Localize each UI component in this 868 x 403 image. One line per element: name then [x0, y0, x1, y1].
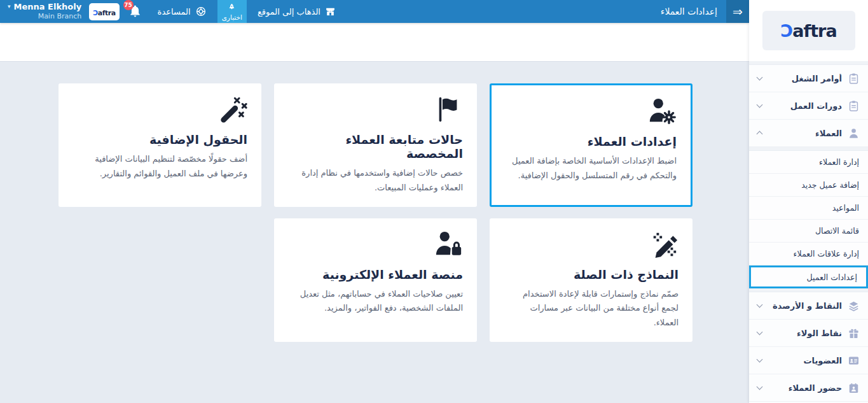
person-lock-icon	[288, 230, 463, 262]
sidebar-item-loyalty-points[interactable]: نقاط الولاء	[749, 320, 868, 347]
sidebar-item-label: العملاء	[762, 129, 842, 138]
collapse-arrow-icon: ⇒	[733, 6, 743, 18]
clipboard-icon	[848, 73, 860, 85]
content-area: إعدادات العملاء اضبط الإعدادات الأساسية …	[0, 62, 749, 342]
user-icon	[848, 127, 860, 139]
sidebar-item-client-attendance[interactable]: حضور العملاء	[749, 374, 868, 402]
sidebar-item-label: حضور العملاء	[762, 383, 842, 393]
sidebar-item-label: إعدادات العميل	[806, 272, 857, 282]
flag-icon	[288, 95, 463, 127]
sidebar-item-label: دورات العمل	[762, 101, 842, 111]
bell-icon	[128, 8, 142, 20]
trial-label: اختبارى	[222, 13, 242, 21]
trial-tab[interactable]: اختبارى	[217, 0, 247, 23]
toolbar-strip	[0, 23, 749, 62]
card-extra-fields[interactable]: الحقول الإضافية أضف حقولًا مخصّصة لتنظيم…	[59, 83, 261, 207]
daftra-mini-logo[interactable]: Ɔaftra	[89, 3, 119, 20]
sidebar-item-client-settings[interactable]: إعدادات العميل	[749, 265, 868, 288]
card-title: حالات متابعة العملاء المخصصة	[288, 132, 463, 160]
main-area: ⇒ إعدادات العملاء الذهاب إلى الموقع اختب…	[0, 0, 749, 403]
notifications-button[interactable]: 75	[128, 4, 142, 18]
layers-icon	[848, 300, 860, 312]
settings-cards-grid: إعدادات العملاء اضبط الإعدادات الأساسية …	[57, 83, 692, 342]
card-description: صمّم نماذج وإستمارات قابلة لإعادة الاستخ…	[504, 287, 679, 330]
card-client-portal[interactable]: منصة العملاء الإلكترونية تعيين صلاحيات ا…	[274, 218, 477, 342]
card-description: أضف حقولًا مخصّصة لتنظيم البيانات الإضاف…	[72, 152, 247, 181]
card-description: تعيين صلاحيات العملاء في حساباتهم، مثل ت…	[288, 287, 463, 316]
top-navbar: ⇒ إعدادات العملاء الذهاب إلى الموقع اختب…	[0, 0, 749, 23]
card-title: الحقول الإضافية	[72, 132, 247, 146]
daftra-logo-text: Ɔaftra	[780, 21, 836, 41]
daftra-mini-logo-rest: aftra	[98, 9, 116, 17]
sidebar-item-contact-list[interactable]: قائمة الاتصال	[749, 220, 868, 243]
user-menu[interactable]: Menna Elkholy ▾ Main Branch	[8, 3, 81, 20]
magic-wand-icon	[72, 95, 247, 127]
storefront-icon	[325, 6, 336, 17]
sidebar-item-appointments[interactable]: المواعيد	[749, 197, 868, 220]
card-description: اضبط الإعدادات الأساسية الخاصة بإضافة ال…	[506, 154, 677, 183]
clipboard-icon	[848, 100, 860, 112]
sidebar-item-label: إدارة العملاء	[819, 157, 859, 167]
sidebar-item-label: نقاط الولاء	[762, 329, 842, 338]
card-client-settings[interactable]: إعدادات العملاء اضبط الإعدادات الأساسية …	[490, 83, 692, 207]
sidebar-item-label: النقاط و الأرصدة	[762, 301, 842, 311]
sidebar-item-clients[interactable]: العملاء	[749, 120, 868, 147]
go-to-site-label: الذهاب إلى الموقع	[258, 7, 320, 17]
sidebar-item-label: إضافة عميل جديد	[801, 180, 859, 190]
card-title: منصة العملاء الإلكترونية	[288, 267, 463, 281]
pen-sparkles-icon	[504, 230, 679, 262]
go-to-site-link[interactable]: الذهاب إلى الموقع	[258, 6, 336, 17]
sidebar-item-manage-clients[interactable]: إدارة العملاء	[749, 151, 868, 174]
daftra-logo[interactable]: Ɔaftra	[762, 11, 855, 50]
user-text: Menna Elkholy ▾ Main Branch	[8, 3, 81, 20]
sidebar-item-label: المواعيد	[832, 203, 859, 213]
card-related-forms[interactable]: النماذج ذات الصلة صمّم نماذج وإستمارات ق…	[490, 218, 692, 342]
sidebar-item-crm[interactable]: إدارة علاقات العملاء	[749, 243, 868, 265]
daftra-mini-logo-mark: Ɔ	[93, 9, 98, 17]
page-title: إعدادات العملاء	[661, 6, 717, 17]
calendar-user-icon	[848, 382, 860, 394]
sidebar: Ɔaftra أوامر الشغل دورات العمل العملاء إ…	[749, 0, 868, 403]
card-custom-follow-up-statuses[interactable]: حالات متابعة العملاء المخصصة خصص حالات إ…	[274, 83, 477, 207]
help-label: المساعدة	[158, 7, 191, 17]
rocket-icon	[228, 3, 236, 13]
card-title: النماذج ذات الصلة	[504, 267, 679, 281]
life-ring-icon	[195, 6, 207, 17]
user-branch: Main Branch	[8, 12, 81, 20]
card-description: خصص حالات إضافية واستخدمها في نظام إدارة…	[288, 166, 463, 195]
sidebar-item-work-orders[interactable]: أوامر الشغل	[749, 65, 868, 92]
sidebar-item-points-balances[interactable]: النقاط و الأرصدة	[749, 292, 868, 320]
sidebar-item-label: قائمة الاتصال	[815, 226, 859, 236]
sidebar-toggle-button[interactable]: ⇒	[726, 0, 749, 23]
sidebar-item-work-cycles[interactable]: دورات العمل	[749, 92, 868, 120]
daftra-mini-logo-text: Ɔaftra	[93, 9, 115, 17]
person-gear-icon	[506, 97, 677, 129]
sidebar-logo-area: Ɔaftra	[749, 0, 868, 61]
notification-badge: 75	[123, 0, 134, 10]
help-link[interactable]: المساعدة	[158, 6, 207, 17]
user-name: Menna Elkholy	[14, 3, 82, 11]
sidebar-item-label: العضويات	[762, 356, 842, 365]
sidebar-item-label: أوامر الشغل	[762, 74, 842, 83]
daftra-logo-mark: Ɔ	[780, 21, 792, 41]
gift-icon	[848, 327, 860, 339]
id-card-icon	[848, 355, 860, 367]
daftra-logo-rest: aftra	[792, 21, 836, 41]
sidebar-item-add-new-client[interactable]: إضافة عميل جديد	[749, 174, 868, 197]
sidebar-item-memberships[interactable]: العضويات	[749, 347, 868, 374]
sidebar-item-label: إدارة علاقات العملاء	[794, 249, 859, 258]
caret-down-icon: ▾	[8, 4, 11, 10]
card-title: إعدادات العملاء	[506, 134, 677, 148]
